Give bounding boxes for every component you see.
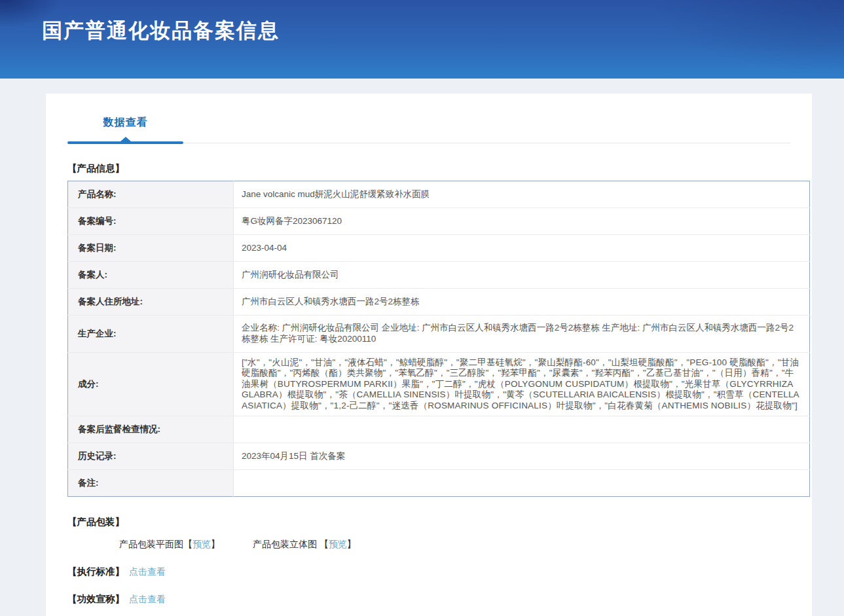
efficacy-row: 【功效宣称】点击查看: [67, 593, 790, 606]
table-row-filer: 备案人: 广州润研化妆品有限公司: [68, 262, 810, 289]
standards-view-link[interactable]: 点击查看: [129, 566, 166, 577]
table-row-manufacturer: 生产企业: 企业名称: 广州润研化妆品有限公司 企业地址: 广州市白云区人和镇秀…: [68, 316, 810, 353]
tab-data-view-label: 数据查看: [103, 117, 148, 128]
row-value: [234, 416, 810, 443]
row-label: 产品名称:: [68, 181, 234, 208]
table-row-history: 历史记录: 2023年04月15日 首次备案: [68, 443, 810, 470]
packaging-3d-preview-link[interactable]: 预览: [329, 539, 347, 549]
packaging-flat-image-item: 产品包装平面图【预览】: [119, 539, 223, 549]
standards-row: 【执行标准】点击查看: [67, 566, 790, 578]
packaging-links-row: 产品包装平面图【预览】 产品包装立体图 【预览】: [67, 539, 790, 551]
standards-label: 【执行标准】: [67, 566, 124, 577]
row-value: 企业名称: 广州润研化妆品有限公司 企业地址: 广州市白云区人和镇秀水塘西一路2…: [234, 316, 810, 353]
row-label: 成分:: [68, 352, 234, 416]
bracket-open: 【: [183, 539, 193, 549]
row-label: 生产企业:: [68, 316, 234, 353]
table-row-filing-date: 备案日期: 2023-04-04: [68, 235, 810, 262]
table-row-remarks: 备注:: [68, 470, 810, 497]
table-row-ingredients: 成分: ["水"，"火山泥"，"甘油"，"液体石蜡"，"鲸蜡硬脂醇"，"聚二甲基…: [68, 352, 810, 416]
page-header-banner: 国产普通化妆品备案信息: [0, 0, 844, 79]
table-row-filing-number: 备案编号: 粤G妆网备字2023067120: [68, 208, 810, 235]
row-label: 备案日期:: [68, 235, 234, 262]
packaging-3d-image-label: 产品包装立体图: [253, 539, 320, 549]
row-value: 广州市白云区人和镇秀水塘西一路2号2栋整栋: [234, 289, 810, 316]
row-value: [234, 470, 810, 497]
row-label: 备案人住所地址:: [68, 289, 234, 316]
main-content: 数据查看 【产品信息】 产品名称: Jane volcanic mud妍泥火山泥…: [0, 79, 844, 616]
tab-active-indicator: [67, 141, 183, 144]
section-title-product-info: 【产品信息】: [67, 162, 790, 175]
row-value: Jane volcanic mud妍泥火山泥舒缓紧致补水面膜: [234, 181, 810, 208]
row-label: 备案人:: [68, 262, 234, 289]
row-label: 历史记录:: [68, 443, 234, 470]
row-value: ["水"，"火山泥"，"甘油"，"液体石蜡"，"鲸蜡硬脂醇"，"聚二甲基硅氧烷"…: [234, 352, 810, 416]
row-value: 2023-04-04: [234, 235, 810, 262]
tab-data-view[interactable]: 数据查看: [67, 111, 183, 143]
table-row-supervision: 备案后监督检查情况:: [68, 416, 810, 443]
row-label: 备案后监督检查情况:: [68, 416, 234, 443]
efficacy-label: 【功效宣称】: [67, 594, 124, 604]
table-row-product-name: 产品名称: Jane volcanic mud妍泥火山泥舒缓紧致补水面膜: [68, 181, 810, 208]
page-title: 国产普通化妆品备案信息: [42, 17, 280, 45]
efficacy-view-link[interactable]: 点击查看: [129, 594, 166, 604]
table-row-filer-address: 备案人住所地址: 广州市白云区人和镇秀水塘西一路2号2栋整栋: [68, 289, 810, 316]
bracket-close: 】: [211, 539, 220, 549]
packaging-flat-preview-link[interactable]: 预览: [193, 539, 211, 549]
packaging-flat-image-label: 产品包装平面图: [119, 539, 183, 549]
row-value: 2023年04月15日 首次备案: [234, 443, 810, 470]
row-value: 广州润研化妆品有限公司: [234, 262, 810, 289]
product-info-table: 产品名称: Jane volcanic mud妍泥火山泥舒缓紧致补水面膜 备案编…: [67, 181, 810, 497]
tab-bar: 数据查看: [67, 111, 790, 143]
row-label: 备注:: [68, 470, 234, 497]
bracket-close: 】: [347, 539, 356, 549]
row-label: 备案编号:: [68, 208, 234, 235]
section-title-packaging: 【产品包装】: [67, 516, 790, 528]
row-value: 粤G妆网备字2023067120: [234, 208, 810, 235]
packaging-3d-image-item: 产品包装立体图 【预览】: [253, 539, 356, 549]
bracket-open: 【: [320, 539, 329, 549]
content-card: 数据查看 【产品信息】 产品名称: Jane volcanic mud妍泥火山泥…: [46, 94, 812, 616]
